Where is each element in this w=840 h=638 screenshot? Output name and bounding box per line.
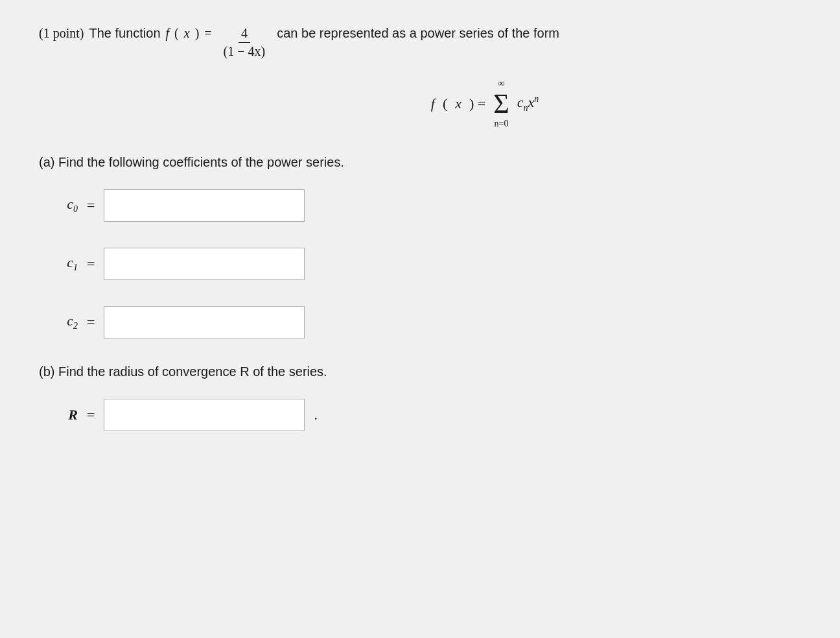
part-b-label: (b) Find the radius of convergence R of … [39,364,801,379]
fraction-denominator: (1 − 4x) [221,43,268,59]
part-a-section: (a) Find the following coefficients of t… [39,155,801,338]
points-label: (1 point) [39,26,84,41]
c1-equals: = [87,255,95,272]
c2-equals: = [87,314,95,331]
radius-row: R = . [39,399,801,431]
c1-row: c1 = [39,248,801,280]
c2-row: c2 = [39,306,801,338]
part-a-label: (a) Find the following coefficients of t… [39,155,801,170]
statement-before: The function [89,26,160,41]
c2-input[interactable] [104,306,305,338]
part-b-section: (b) Find the radius of convergence R of … [39,364,801,431]
r-label: R [39,407,78,423]
c2-label: c2 [39,313,78,331]
problem-statement: (1 point) The function f(x) = 4 (1 − 4x)… [39,26,801,59]
power-series-display: f(x) = ∞ Σ n=0 cnxn [169,78,801,129]
c0-row: c0 = [39,189,801,222]
sigma-notation: ∞ Σ n=0 [493,78,509,129]
r-input[interactable] [104,399,305,431]
fraction-numerator: 4 [239,26,250,43]
series-lhs: f [431,95,435,112]
equals-sign: = [204,26,211,41]
r-equals: = [87,407,95,423]
c0-equals: = [87,197,95,214]
period: . [314,407,318,423]
fraction: 4 (1 − 4x) [221,26,268,59]
statement-after: can be represented as a power series of … [277,26,559,41]
fx-label: f [166,26,170,41]
c1-label: c1 [39,254,78,273]
series-term: cnxn [517,94,539,113]
sigma-top: ∞ [498,78,504,89]
c1-input[interactable] [104,248,305,280]
c0-label: c0 [39,196,78,215]
c0-input[interactable] [104,189,305,222]
sigma-symbol: Σ [493,90,509,117]
sigma-bottom: n=0 [495,119,509,129]
